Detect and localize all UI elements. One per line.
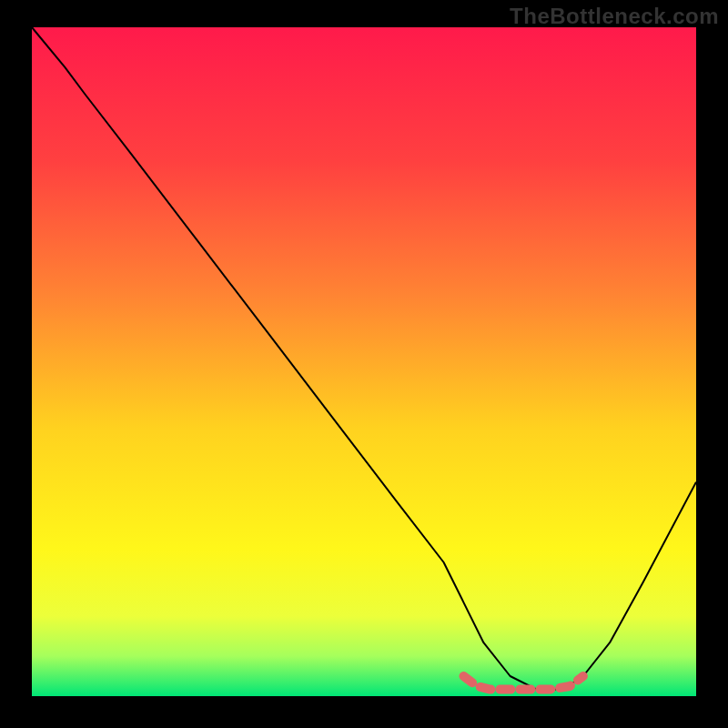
chart-frame: TheBottleneck.com xyxy=(0,0,728,728)
watermark-text: TheBottleneck.com xyxy=(510,4,719,29)
gradient-background xyxy=(32,27,696,696)
bottleneck-chart xyxy=(0,0,728,728)
